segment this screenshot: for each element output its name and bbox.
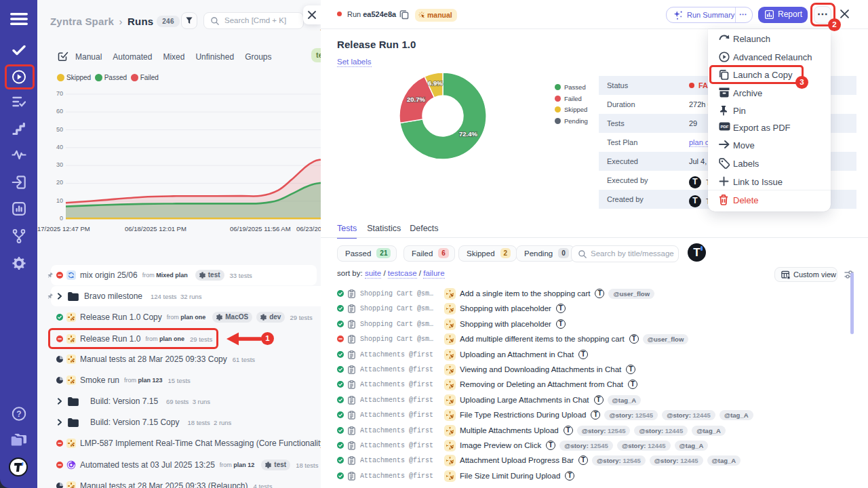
svg-text:20.7%: 20.7% — [407, 96, 425, 103]
svg-text:6.9%: 6.9% — [428, 79, 443, 87]
svg-text:?: ? — [16, 409, 21, 419]
svg-text:72.4%: 72.4% — [459, 130, 477, 138]
svg-text:PDF: PDF — [721, 125, 729, 129]
